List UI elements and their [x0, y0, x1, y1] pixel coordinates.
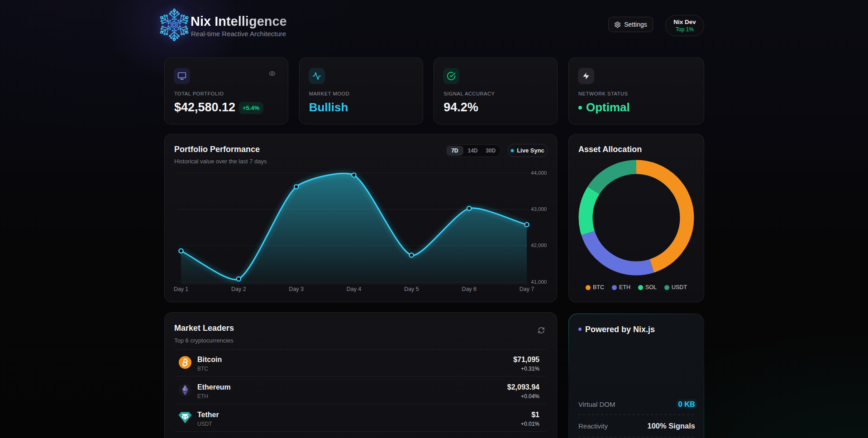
- svg-text:Day 5: Day 5: [404, 286, 419, 292]
- svg-text:Day 1: Day 1: [174, 286, 189, 292]
- svg-text:43,000: 43,000: [531, 206, 547, 212]
- svg-text:Day 2: Day 2: [231, 286, 246, 292]
- svg-text:Day 3: Day 3: [289, 286, 304, 292]
- svg-text:41,000: 41,000: [531, 279, 547, 285]
- svg-text:Day 4: Day 4: [347, 286, 362, 292]
- svg-text:Day 6: Day 6: [462, 286, 477, 292]
- svg-text:Day 7: Day 7: [520, 286, 534, 292]
- svg-text:44,000: 44,000: [531, 170, 547, 176]
- svg-text:42,000: 42,000: [531, 243, 547, 248]
